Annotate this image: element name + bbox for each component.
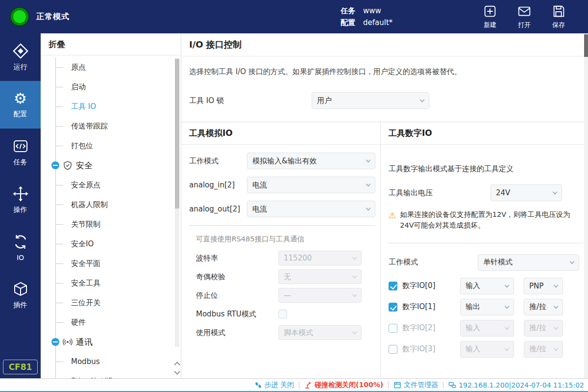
tree-item-safety-origin[interactable]: 安全原点 (41, 175, 181, 195)
tree-item-conveyor[interactable]: 传送带跟踪 (41, 116, 181, 136)
tree-item-safety-io[interactable]: 安全IO (41, 234, 181, 254)
scroll-up-icon[interactable] (173, 361, 180, 366)
chevron-down-icon (366, 158, 371, 163)
chevron-down-icon (505, 304, 510, 309)
digital-io-2-type-select: 推/拉 (524, 320, 563, 337)
analog-section-title: 工具模拟IO (181, 122, 380, 145)
tree-item-joint-limits[interactable]: 关节限制 (41, 214, 181, 234)
chevron-down-icon (420, 98, 425, 103)
digital-io-3-direction-select: 输入 (460, 341, 514, 358)
mode-label: 正常模式 (36, 12, 70, 22)
communication-icon (63, 337, 73, 347)
digital-io-row-2: 数字IO[2] 输入 推/拉 (389, 320, 583, 337)
sidebar-item-task[interactable]: 任务 (0, 129, 41, 176)
tree-item-ethernet-ip[interactable]: EtherNet/IP (41, 371, 181, 378)
tree-item-packing[interactable]: 打包位 (41, 136, 181, 156)
robot-status-indicator-icon[interactable] (11, 8, 28, 26)
save-icon (551, 4, 566, 19)
analog-in-select[interactable]: 电流 (247, 177, 375, 193)
tree-scrollbar-thumb[interactable] (175, 59, 179, 209)
use-mode-select: 脚本模式 (278, 325, 362, 340)
tool-digital-io-section: 工具数字IO 工具数字输出模式基于连接的工具定义 工具输出电压 24V ⚠ 如果… (381, 122, 588, 378)
tree-collapse-header[interactable]: 折叠 (41, 33, 181, 55)
new-button[interactable]: 新建 (483, 4, 497, 29)
safety-shield-icon (63, 160, 73, 170)
rs485-note: 可直接使用RS485接口与工具通信 (196, 235, 375, 244)
tree-item-tool-io[interactable]: 工具 IO (41, 97, 181, 116)
analog-out-select[interactable]: 电流 (247, 201, 375, 217)
config-label: 配置 (341, 18, 355, 27)
footsteps-icon (254, 381, 262, 389)
tree-item-hardware[interactable]: 硬件 (41, 313, 181, 332)
config-value[interactable]: default* (363, 18, 392, 27)
digital-io-row-1: 数字IO[1] 输出 推/拉 (389, 299, 583, 315)
run-icon (12, 43, 29, 59)
tree-item-startup[interactable]: 启动 (41, 77, 181, 97)
digital-io-3-checkbox[interactable] (389, 345, 397, 354)
tree-item-safety-plane[interactable]: 安全平面 (41, 254, 181, 273)
digital-io-0-type-select[interactable]: PNP (524, 278, 563, 294)
scroll-down-icon[interactable] (173, 369, 180, 375)
chevron-down-icon (352, 274, 357, 279)
stop-bit-label: 停止位 (196, 291, 278, 300)
digital-work-mode-select[interactable]: 单针模式 (478, 254, 579, 271)
tree-scrollbar[interactable] (175, 58, 179, 347)
sidebar-item-io[interactable]: IO (0, 224, 41, 271)
tree-item-modbus[interactable]: Modbus (41, 352, 181, 371)
digital-io-1-type-select[interactable]: 推/拉 (524, 299, 563, 315)
digital-io-2-label: 数字IO[2] (402, 323, 460, 333)
warning-icon: ⚠ (389, 209, 396, 231)
tree-group-safety[interactable]: 安全 (41, 156, 181, 175)
stop-bit-select: — (278, 288, 362, 303)
content-scrollbar-thumb[interactable] (584, 34, 588, 57)
output-voltage-select[interactable]: 24V (490, 184, 562, 201)
digital-io-0-direction-select[interactable]: 输入 (460, 278, 514, 294)
tree-item-safety-tool[interactable]: 安全工具 (41, 273, 181, 293)
chevron-down-icon (554, 325, 559, 330)
network-status[interactable]: 192.168.1.200|2024-07-04 11:15:02 (448, 381, 584, 389)
chevron-down-icon (570, 260, 575, 264)
digital-channels-subsection: 工作模式 单针模式 数字IO[0] 输入 (389, 243, 583, 358)
digital-io-row-3: 数字IO[3] 输入 推/拉 (389, 341, 583, 358)
tool-io-lock-select[interactable]: 用户 (312, 92, 429, 109)
tree-item-robot-limits[interactable]: 机器人限制 (41, 195, 181, 214)
step-mode-status[interactable]: 步进 关闭 (254, 381, 294, 390)
analog-work-mode-select[interactable]: 模拟输入&输出有效 (247, 153, 375, 169)
sidebar-item-operate[interactable]: 操作 (0, 176, 41, 224)
chevron-down-icon (352, 255, 357, 260)
digital-io-2-checkbox[interactable] (389, 324, 397, 333)
new-icon (483, 4, 497, 19)
tree-item-origin[interactable]: 原点 (41, 57, 181, 77)
chevron-down-icon (505, 283, 510, 288)
rs485-subsection: 可直接使用RS485接口与工具通信 波特率 115200 奇偶校验 无 (189, 225, 375, 340)
chevron-down-icon (505, 325, 510, 330)
content-scrollbar[interactable] (584, 33, 588, 378)
collision-detection-status[interactable]: 碰撞检测关闭(100%) (304, 381, 383, 390)
digital-io-2-direction-select: 输入 (460, 320, 514, 337)
io-cycle-icon (12, 234, 29, 250)
sidebar-item-plugin[interactable]: 插件 (0, 271, 41, 319)
parity-label: 奇偶校验 (196, 272, 278, 282)
tree-scroll-arrows (173, 361, 180, 375)
file-manager-button[interactable]: 文件管理器 (393, 381, 438, 390)
sidebar-item-label: 配置 (14, 110, 27, 119)
save-button[interactable]: 保存 (551, 4, 566, 29)
io-control-section: 选择控制工具 I/O 接口的方式。如果扩展插件控制接口，用户定义的选项将被替代。… (181, 56, 588, 122)
digital-io-1-checkbox[interactable] (389, 303, 397, 312)
top-header: 正常模式 任务 www 配置 default* 新建 (0, 0, 588, 33)
controller-id-badge[interactable]: CF81 (3, 360, 38, 374)
sidebar-item-config[interactable]: ⚙ 配置 (0, 81, 41, 129)
open-button[interactable]: 打开 (517, 4, 532, 29)
tree-item-three-position-switch[interactable]: 三位开关 (41, 293, 181, 313)
tree-group-communication[interactable]: 通讯 (41, 332, 181, 352)
task-value[interactable]: www (363, 6, 381, 15)
collapse-toggle-icon[interactable] (51, 338, 59, 346)
digital-io-1-direction-select[interactable]: 输出 (460, 299, 514, 315)
digital-io-0-checkbox[interactable] (389, 282, 397, 290)
use-mode-label: 使用模式 (196, 328, 278, 338)
chevron-down-icon (554, 346, 559, 351)
chevron-down-icon (366, 206, 371, 211)
sidebar-item-run[interactable]: 运行 (0, 33, 41, 81)
collapse-toggle-icon[interactable] (51, 161, 59, 169)
analog-out-label: analog_out[2] (189, 205, 247, 213)
